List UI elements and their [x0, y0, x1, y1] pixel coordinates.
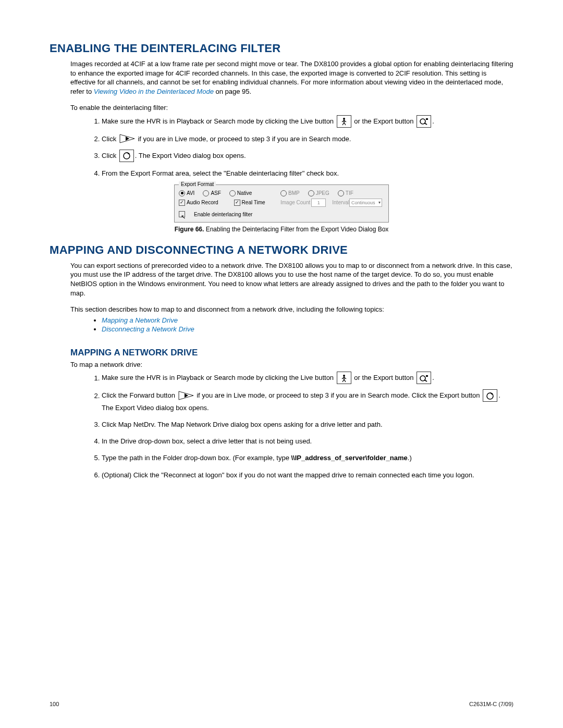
text: or the Export button — [354, 117, 413, 125]
step-5: Type the path in the Folder drop-down bo… — [102, 452, 513, 464]
svg-point-5 — [343, 375, 345, 377]
step-2: Click if you are in Live mode, or procee… — [102, 133, 513, 145]
checkbox-audio-record[interactable]: Audio Record — [179, 199, 218, 207]
link-mapping-network-drive[interactable]: Mapping a Network Drive — [102, 316, 178, 324]
figure-text: Enabling the Deinterlacing Filter from t… — [204, 226, 388, 233]
panel-legend: Export Format — [179, 181, 216, 187]
doc-id: C2631M-C (7/09) — [469, 701, 513, 707]
text: . The Export Video dialog box opens. — [135, 152, 246, 159]
svg-point-0 — [343, 118, 345, 120]
page-number: 100 — [50, 701, 59, 707]
para-section-describes: This section describes how to map to and… — [70, 305, 513, 314]
step-1: Make sure the HVR is in Playback or Sear… — [102, 116, 513, 128]
label: Real Time — [242, 200, 265, 205]
heading-mapping-network-drive: Mapping a Network Drive — [70, 348, 513, 358]
radio-native[interactable]: Native — [229, 190, 252, 196]
live-button-icon — [337, 372, 351, 384]
text: Click — [102, 135, 116, 143]
play-button-icon — [178, 391, 194, 400]
image-count-spinner[interactable]: 1 — [311, 199, 326, 207]
checkbox-real-time[interactable]: Real Time — [234, 199, 265, 207]
export-button-icon — [417, 372, 431, 384]
export-video-icon — [483, 389, 497, 402]
text: if you are in Live mode, or proceed to s… — [197, 392, 480, 400]
para-mapping-intro: You can export sections of prerecorded v… — [70, 261, 513, 298]
radio-jpeg[interactable]: JPEG — [308, 190, 329, 196]
radio-asf[interactable]: ASF — [203, 190, 221, 196]
text: Click the Forward button — [102, 392, 175, 400]
para-to-map: To map a network drive: — [70, 360, 513, 369]
label: BMP — [288, 190, 300, 196]
link-disconnecting-network-drive[interactable]: Disconnecting a Network Drive — [102, 325, 194, 333]
radio-bmp[interactable]: BMP — [280, 190, 300, 196]
bullet-mapping: Mapping a Network Drive — [102, 316, 513, 324]
text: Type the path in the Folder drop-down bo… — [102, 454, 291, 462]
label: ASF — [211, 190, 221, 196]
interval-dropdown[interactable]: Continuous — [349, 199, 382, 207]
text: on page 95. — [214, 88, 251, 95]
step-3: Click . The Export Video dialog box open… — [102, 150, 513, 163]
example-path: \\IP_address_of_server\folder_name — [291, 454, 407, 462]
text: if you are in Live mode, or proceed to s… — [138, 135, 351, 143]
label: AVI — [187, 190, 194, 196]
steps-map-drive: Make sure the HVR is in Playback or Sear… — [70, 372, 513, 480]
export-format-panel: Export Format AVI ASF Native BMP JPEG TI… — [174, 184, 389, 223]
label: JPEG — [316, 190, 329, 196]
steps-enable-deinterlace: Make sure the HVR is in Playback or Sear… — [70, 116, 513, 179]
svg-line-2 — [424, 123, 427, 125]
bullet-disconnecting: Disconnecting a Network Drive — [102, 325, 513, 333]
label: Audio Record — [187, 200, 218, 205]
step-4: From the Export Format area, select the … — [102, 168, 513, 179]
step-4: In the Drive drop-down box, select a dri… — [102, 436, 513, 447]
figure-number: Figure 66. — [175, 226, 204, 233]
label-enable-deinterlacing: Enable deinterlacing filter — [194, 212, 252, 217]
page-footer: 100 C2631M-C (7/09) — [50, 701, 513, 707]
heading-enabling-deinterlacing: Enabling the Deinterlacing Filter — [50, 42, 513, 55]
step-3: Click Map NetDrv. The Map Network Drive … — [102, 419, 513, 430]
label: Native — [237, 190, 252, 196]
para-to-enable: To enable the deinterlacing filter: — [70, 103, 513, 113]
play-button-icon — [119, 134, 135, 143]
live-button-icon — [337, 115, 351, 128]
para-deinterlace-intro: Images recorded at 4CIF at a low frame r… — [70, 59, 513, 96]
cursor-icon: ↖ — [181, 214, 186, 220]
text: Click — [102, 152, 116, 159]
radio-avi[interactable]: AVI — [179, 190, 194, 196]
heading-mapping-disconnecting: Mapping and Disconnecting a Network Driv… — [50, 243, 513, 257]
label: TIF — [346, 190, 353, 196]
svg-line-7 — [424, 380, 427, 381]
step-2: Click the Forward button if you are in L… — [102, 390, 513, 414]
export-video-icon — [119, 150, 134, 162]
radio-tif[interactable]: TIF — [338, 190, 353, 196]
step-6: (Optional) Click the "Reconnect at logon… — [102, 470, 513, 481]
svg-rect-3 — [426, 118, 428, 120]
label-interval: Interval — [332, 200, 349, 205]
text: Make sure the HVR is in Playback or Sear… — [102, 117, 334, 125]
label-image-count: Image Count — [280, 200, 310, 205]
link-viewing-video-deinterlaced[interactable]: Viewing Video in the Deinterlaced Mode — [94, 88, 214, 95]
svg-rect-8 — [426, 375, 428, 377]
text: Make sure the HVR is in Playback or Sear… — [102, 374, 334, 382]
export-button-icon — [417, 115, 431, 128]
step-1: Make sure the HVR is in Playback or Sear… — [102, 372, 513, 385]
figure-66-caption: Figure 66. Enabling the Deinterlacing Fi… — [50, 226, 513, 233]
text: .) — [408, 454, 412, 462]
text: or the Export button — [354, 374, 413, 382]
